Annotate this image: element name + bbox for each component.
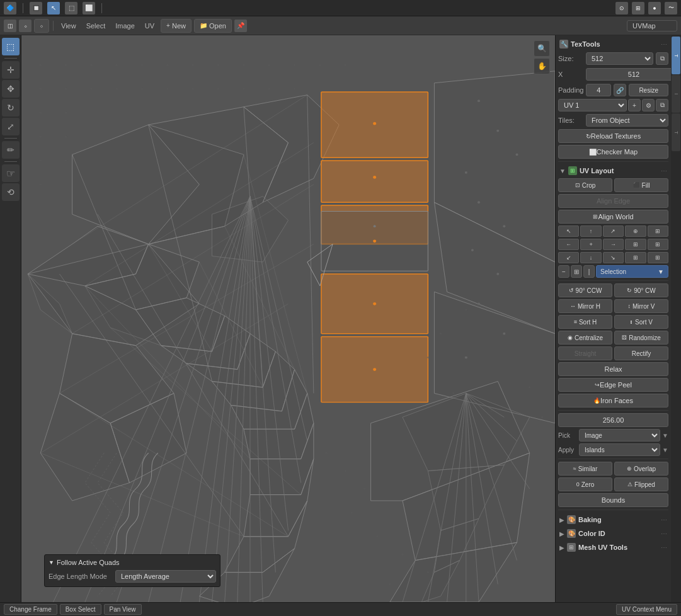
baking-dots[interactable]: ⋯ (661, 516, 667, 523)
mode-icon-2[interactable]: ↖ (47, 2, 60, 14)
dir-upright-btn[interactable]: ↗ (603, 225, 624, 237)
sel-pipe-btn[interactable]: | (583, 265, 595, 278)
box-select-btn[interactable]: Box Select (60, 604, 101, 615)
dir-downright-btn[interactable]: ↘ (603, 252, 624, 263)
align-world-btn[interactable]: ⊞ Align World (558, 210, 668, 224)
dir-center-btn[interactable]: + (580, 239, 601, 250)
dir-left-btn[interactable]: ← (558, 239, 579, 250)
mode-icon-4[interactable]: ⬜ (83, 2, 95, 14)
sel-dropdown[interactable]: Selection ▼ (596, 265, 668, 278)
dir-right-btn[interactable]: → (603, 239, 624, 250)
uv-select[interactable]: UV 1 (558, 99, 627, 111)
uv-settings-btn[interactable]: ⚙ (642, 99, 655, 111)
prop-icon[interactable]: ⬦ (19, 20, 31, 32)
mode-icon-3[interactable]: ⬚ (65, 2, 77, 14)
fill-btn[interactable]: ⬛ Fill (614, 178, 668, 192)
reload-textures-btn[interactable]: ↻ Reload Textures (558, 129, 668, 143)
blender-icon[interactable]: 🔷 (4, 2, 16, 14)
mirror-v-btn[interactable]: ↕ Mirror V (614, 299, 668, 313)
new-button[interactable]: + New (161, 19, 192, 33)
view-menu[interactable]: View (57, 21, 80, 31)
mesh-uv-section[interactable]: ▶ ⊞ Mesh UV Tools ⋯ (558, 540, 668, 554)
select-menu[interactable]: Select (83, 21, 110, 31)
dir-grid4-btn[interactable]: ⊞ (625, 252, 646, 263)
sel-minus-btn[interactable]: − (558, 265, 569, 278)
crop-btn[interactable]: ⊡ Crop (558, 178, 612, 192)
snap-icon[interactable]: ◫ (4, 20, 16, 32)
scale-tool[interactable]: ⤢ (2, 118, 20, 135)
dot-icon[interactable]: ● (648, 2, 661, 14)
uv-viewport[interactable]: 🔍 ✋ ▼ Follow Active Quads Edge Length Mo… (21, 35, 555, 602)
apply-select[interactable]: Islands (579, 443, 660, 456)
sort-v-btn[interactable]: ⫾ Sort V (614, 315, 668, 329)
tab-tool[interactable]: T (672, 113, 680, 151)
tab-image[interactable]: I (672, 75, 680, 113)
rotate-ccw-btn[interactable]: ↺ 90° CCW (558, 283, 612, 297)
resize-btn[interactable]: Resize (629, 84, 668, 96)
move-tool[interactable]: ✥ (2, 80, 20, 98)
mirror-h-btn[interactable]: ↔ Mirror H (558, 299, 612, 313)
sel-icon-btn[interactable]: ⊞ (571, 265, 582, 278)
box-select-tool[interactable]: ⬚ (2, 38, 20, 55)
align-edge-btn[interactable]: Align Edge (558, 194, 668, 208)
bounds-btn[interactable]: Bounds (558, 493, 668, 507)
grid-icon[interactable]: ⊞ (632, 2, 644, 14)
randomize-btn[interactable]: ⚄ Randomize (614, 331, 668, 345)
tab-textools[interactable]: T (672, 37, 680, 74)
follow-panel-arrow[interactable]: ▼ (49, 559, 54, 566)
pinch-tool[interactable]: ⟲ (2, 183, 20, 201)
uv-context-btn[interactable]: UV Context Menu (616, 604, 677, 615)
size-select[interactable]: 512 (586, 52, 653, 65)
mesh-uv-dots[interactable]: ⋯ (661, 544, 667, 551)
size-copy-btn[interactable]: ⧉ (656, 52, 668, 65)
baking-section[interactable]: ▶ 🎨 Baking ⋯ (558, 513, 668, 527)
padding-input[interactable] (586, 84, 611, 96)
zoom-in-button[interactable]: 🔍 (534, 40, 550, 57)
dir-grid5-btn[interactable]: ⊞ (648, 252, 668, 263)
image-menu[interactable]: Image (112, 21, 139, 31)
dir-downleft-btn[interactable]: ↙ (558, 252, 579, 263)
dir-plus-btn[interactable]: ⊕ (625, 225, 646, 237)
dir-grid3-btn[interactable]: ⊞ (648, 239, 668, 250)
x-input[interactable] (586, 68, 671, 81)
similar-btn[interactable]: ≈ Similar (558, 462, 612, 476)
pan-button[interactable]: ✋ (534, 58, 550, 74)
padding-link-btn[interactable]: 🔗 (614, 84, 626, 96)
pick-select[interactable]: Image (579, 429, 660, 442)
textools-dots[interactable]: ⋯ (661, 41, 667, 48)
dir-grid-btn[interactable]: ⊞ (648, 225, 668, 237)
number-field[interactable]: 256.00 (558, 413, 668, 427)
centralize-btn[interactable]: ◉ Centralize (558, 331, 612, 345)
proportional-falloff[interactable]: ⬦ (34, 19, 49, 33)
uv-layout-dots[interactable]: ⋯ (661, 168, 667, 174)
dir-upleft-btn[interactable]: ↖ (558, 225, 579, 237)
mode-icon-1[interactable]: 🔲 (30, 2, 42, 14)
uv-layout-header[interactable]: ▼ ⊞ UV Layout ⋯ (558, 164, 668, 177)
color-id-section[interactable]: ▶ 🎨 Color ID ⋯ (558, 527, 668, 540)
cursor-tool[interactable]: ✛ (2, 61, 20, 79)
render-icon[interactable]: ⊙ (615, 2, 628, 14)
rotate-tool[interactable]: ↻ (2, 99, 20, 117)
checker-map-btn[interactable]: ⬜ Checker Map (558, 145, 668, 159)
iron-faces-btn[interactable]: 🔥 Iron Faces (558, 394, 668, 408)
relax-btn[interactable]: Relax (558, 362, 668, 376)
zero-btn[interactable]: 0 Zero (558, 477, 612, 491)
rotate-cw-btn[interactable]: ↻ 90° CW (614, 283, 668, 297)
straight-btn[interactable]: Straight (558, 346, 612, 360)
uv-add-btn[interactable]: + (628, 99, 641, 111)
open-button[interactable]: 📁 Open (194, 19, 232, 33)
dir-grid2-btn[interactable]: ⊞ (625, 239, 646, 250)
rectify-btn[interactable]: Rectify (614, 346, 668, 360)
annotate-tool[interactable]: ✏ (2, 141, 20, 159)
change-frame-btn[interactable]: Change Frame (4, 604, 57, 615)
color-id-dots[interactable]: ⋯ (661, 530, 667, 537)
grab-tool[interactable]: ☞ (2, 164, 20, 182)
uvmap-label[interactable]: UVMap (627, 20, 677, 31)
wave-icon[interactable]: 〜 (665, 2, 677, 14)
flipped-btn[interactable]: ⚠ Flipped (614, 477, 668, 491)
sort-h-btn[interactable]: ≡ Sort H (558, 315, 612, 329)
pin-icon[interactable]: 📌 (234, 20, 247, 32)
textools-header[interactable]: 🔧 TexTools ⋯ (558, 38, 668, 50)
overlap-btn[interactable]: ⊕ Overlap (614, 462, 668, 476)
uv-menu[interactable]: UV (141, 21, 158, 31)
